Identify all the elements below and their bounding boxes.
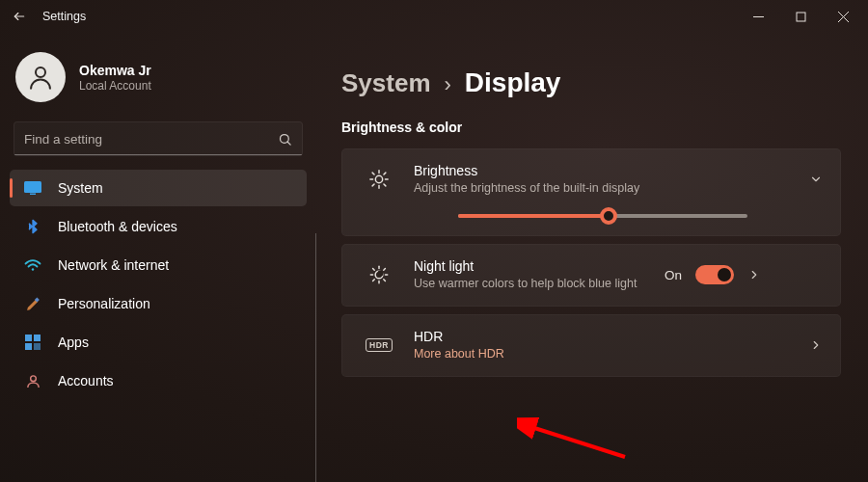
- search-box[interactable]: [14, 121, 303, 156]
- chevron-right-icon[interactable]: [747, 268, 761, 281]
- nav-item-label: Personalization: [58, 296, 150, 311]
- svg-rect-13: [34, 335, 41, 341]
- breadcrumb-current: Display: [465, 67, 561, 98]
- minimize-button[interactable]: [737, 0, 779, 33]
- brightness-subtitle: Adjust the brightness of the built-in di…: [414, 180, 809, 197]
- svg-rect-8: [24, 181, 41, 193]
- night-light-state: On: [665, 268, 682, 282]
- svg-rect-9: [30, 194, 36, 196]
- brightness-card[interactable]: Brightness Adjust the brightness of the …: [341, 148, 841, 236]
- nav-item-label: Bluetooth & devices: [58, 219, 177, 234]
- nav-item-personalization[interactable]: Personalization: [10, 285, 307, 322]
- svg-line-22: [372, 174, 374, 175]
- svg-line-36: [529, 426, 625, 457]
- toggle-knob: [718, 268, 731, 281]
- search-icon: [278, 132, 292, 147]
- nav-item-accounts[interactable]: Accounts: [10, 362, 307, 399]
- display-icon: [21, 181, 44, 195]
- svg-rect-14: [25, 343, 32, 350]
- svg-line-33: [384, 280, 386, 281]
- svg-line-35: [384, 269, 386, 271]
- nav-item-label: Network & internet: [58, 257, 169, 273]
- wifi-icon: [21, 258, 44, 272]
- svg-point-27: [377, 271, 383, 277]
- close-icon: [838, 12, 849, 22]
- window-controls: [737, 0, 864, 33]
- paintbrush-icon: [21, 296, 44, 312]
- slider-thumb[interactable]: [600, 207, 617, 225]
- back-button[interactable]: [4, 1, 35, 32]
- search-input[interactable]: [24, 132, 278, 147]
- profile-block[interactable]: Okemwa Jr Local Account: [15, 52, 301, 102]
- nav-item-label: Apps: [58, 335, 89, 350]
- svg-point-17: [375, 176, 382, 183]
- nav-item-label: System: [58, 180, 103, 196]
- titlebar: Settings: [0, 0, 868, 33]
- hdr-icon: HDR: [360, 338, 398, 352]
- slider-fill: [458, 214, 609, 218]
- svg-rect-15: [34, 343, 41, 350]
- maximize-button[interactable]: [779, 0, 822, 33]
- night-light-card[interactable]: Night light Use warmer colors to help bl…: [341, 244, 841, 307]
- svg-point-16: [30, 375, 36, 381]
- svg-rect-1: [753, 16, 764, 17]
- chevron-down-icon[interactable]: [809, 173, 823, 186]
- apps-icon: [21, 335, 44, 350]
- nav-item-network[interactable]: Network & internet: [10, 247, 307, 283]
- night-light-subtitle: Use warmer colors to help block blue lig…: [414, 276, 665, 292]
- svg-line-34: [373, 280, 375, 281]
- person-icon: [26, 63, 55, 92]
- svg-line-25: [384, 174, 386, 175]
- brightness-slider[interactable]: [458, 214, 747, 218]
- nav-list: System Bluetooth & devices Network & int…: [10, 170, 307, 399]
- bluetooth-icon: [21, 219, 44, 234]
- section-title: Brightness & color: [341, 120, 841, 135]
- svg-point-10: [32, 268, 34, 270]
- sidebar: Okemwa Jr Local Account System Bluetooth…: [0, 33, 316, 482]
- hdr-link[interactable]: More about HDR: [414, 346, 809, 362]
- svg-rect-12: [25, 335, 32, 341]
- nav-item-label: Accounts: [58, 373, 114, 388]
- profile-subtitle: Local Account: [79, 79, 151, 93]
- svg-line-32: [373, 269, 375, 271]
- main-panel: System › Display Brightness & color Brig…: [316, 33, 868, 482]
- hdr-title: HDR: [414, 329, 809, 344]
- arrow-left-icon: [13, 10, 26, 23]
- night-light-icon: [360, 264, 398, 285]
- nav-item-bluetooth[interactable]: Bluetooth & devices: [10, 208, 307, 245]
- annotation-arrow: [517, 416, 633, 465]
- svg-rect-2: [797, 13, 805, 21]
- night-light-toggle[interactable]: [695, 265, 734, 284]
- breadcrumb: System › Display: [341, 67, 841, 98]
- close-button[interactable]: [822, 0, 864, 33]
- chevron-right-icon: ›: [445, 72, 451, 97]
- minimize-icon: [753, 12, 764, 22]
- brightness-title: Brightness: [414, 163, 809, 178]
- sun-icon: [360, 169, 398, 190]
- accounts-icon: [21, 373, 44, 389]
- breadcrumb-parent[interactable]: System: [341, 68, 431, 98]
- nav-item-apps[interactable]: Apps: [10, 324, 307, 361]
- night-light-title: Night light: [414, 258, 665, 274]
- svg-point-5: [36, 67, 45, 77]
- profile-name: Okemwa Jr: [79, 63, 151, 78]
- maximize-icon: [796, 12, 806, 22]
- window-title: Settings: [42, 10, 86, 23]
- nav-item-system[interactable]: System: [10, 170, 307, 206]
- hdr-card[interactable]: HDR HDR More about HDR: [341, 314, 841, 377]
- chevron-right-icon[interactable]: [809, 338, 823, 352]
- svg-line-24: [372, 184, 374, 186]
- svg-line-7: [287, 142, 290, 145]
- avatar: [15, 52, 66, 102]
- svg-line-23: [384, 184, 386, 186]
